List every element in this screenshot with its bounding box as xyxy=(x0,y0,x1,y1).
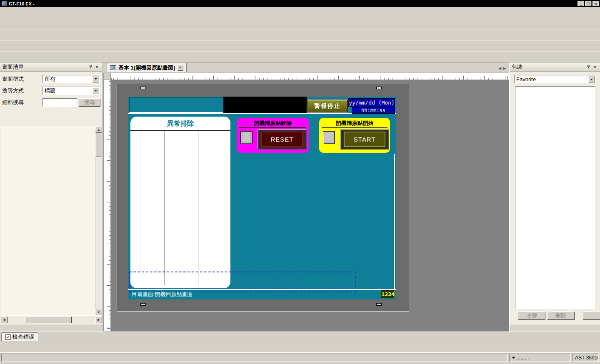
document-tab[interactable]: 基本 1(開機回原點畫面) × xyxy=(107,63,187,72)
screen-icon xyxy=(110,65,116,70)
reset-button[interactable]: RESET xyxy=(258,129,307,150)
toolbar-standard xyxy=(0,30,600,40)
horizontal-scrollbar[interactable]: ◀ ▶ xyxy=(1,317,102,323)
search-button[interactable]: 搜尋 xyxy=(79,98,100,107)
window-title: GT-F10 EX - xyxy=(9,1,35,6)
delete-button[interactable]: 刪除 xyxy=(547,312,575,320)
change-button[interactable]: 改變 xyxy=(518,312,545,320)
reset-lamp[interactable] xyxy=(240,131,252,144)
workflow-bar xyxy=(0,16,600,30)
editor-area: 基本 1(開機回原點畫面) × ◀ ▶ xyxy=(103,62,509,332)
restore-button[interactable]: □ xyxy=(585,1,592,6)
selection-handle[interactable] xyxy=(140,87,146,89)
title-bar: GT-F10 EX - _ □ × xyxy=(0,0,600,7)
detail-search-input[interactable] xyxy=(42,98,77,107)
numeric-display: 1234 xyxy=(381,290,395,298)
package-category-select[interactable]: Favorite ▼ xyxy=(514,75,596,83)
error-check-tab[interactable]: ✓ 檢查錯誤 xyxy=(1,332,38,341)
divider xyxy=(128,289,396,290)
selection-handle[interactable] xyxy=(140,303,146,306)
close-panel-icon[interactable]: ✕ xyxy=(592,64,598,70)
package-panel-tabs xyxy=(510,324,600,332)
chevron-down-icon[interactable]: ▼ xyxy=(588,76,595,82)
trouble-panel-title: 異常排除 xyxy=(130,120,230,128)
device-model-cell: AST-3501C xyxy=(572,354,599,362)
application-window: GT-F10 EX - _ □ × 畫面清單 ✕ 畫面型式 所有 xyxy=(0,0,600,364)
selection-handle[interactable] xyxy=(376,303,382,306)
screen-list-toolbar xyxy=(2,110,101,120)
function-key-bar xyxy=(0,341,600,352)
column-divider xyxy=(198,130,198,285)
coordinates-cell: + ....,.... xyxy=(509,354,571,362)
reset-button-face: RESET xyxy=(261,132,303,147)
hmi-title-block xyxy=(129,97,223,113)
chevron-down-icon[interactable]: ▼ xyxy=(92,87,99,94)
design-canvas[interactable]: 警報停止 yy/mm/dd (Mon) hh:mm:ss 異常排除 xyxy=(111,80,509,332)
chevron-down-icon[interactable]: ▼ xyxy=(92,76,99,82)
check-icon: ✓ xyxy=(5,334,11,340)
close-button[interactable]: × xyxy=(592,1,599,6)
start-button-face: START xyxy=(344,132,385,147)
ruler-corner xyxy=(103,72,111,80)
error-check-label: 檢查錯誤 xyxy=(12,333,34,341)
scroll-right-icon[interactable]: ▶ xyxy=(95,317,102,323)
toolbar-drawing xyxy=(0,40,600,51)
divider xyxy=(239,127,306,128)
pin-icon[interactable] xyxy=(585,64,592,70)
reset-panel: 開機歸原點解除 RESET xyxy=(237,118,309,153)
screen-list-tabs xyxy=(0,324,102,332)
app-icon xyxy=(2,1,7,6)
package-panel: 包裝 ✕ Favorite ▼ 改變 刪除 xyxy=(509,62,600,332)
minimize-button[interactable]: _ xyxy=(578,1,584,6)
start-panel-title: 開機歸原點開始 xyxy=(319,120,390,127)
document-tab-label: 基本 1(開機回原點畫面) xyxy=(118,64,175,72)
scrollbar-thumb[interactable] xyxy=(26,317,72,323)
scroll-down-icon[interactable]: ▼ xyxy=(95,309,102,315)
section-border xyxy=(394,154,395,290)
vertical-scrollbar[interactable]: ▲ ▼ xyxy=(95,126,102,315)
document-tab-bar: 基本 1(開機回原點畫面) × ◀ ▶ xyxy=(103,62,509,72)
screen-list: ▲ ▼ xyxy=(1,126,102,316)
screen-type-select[interactable]: 所有 ▼ xyxy=(42,75,100,83)
divider xyxy=(322,127,388,128)
package-extra-button[interactable] xyxy=(583,312,600,320)
tab-scroll-right-icon[interactable]: ▶ xyxy=(503,66,506,70)
hmi-redacted-block xyxy=(223,97,307,113)
search-mode-value: 標題 xyxy=(45,87,55,95)
screen-type-label: 畫面型式 xyxy=(2,75,42,83)
divider xyxy=(130,130,230,131)
close-panel-icon[interactable]: ✕ xyxy=(94,64,100,70)
menu-bar xyxy=(0,7,600,16)
title-redaction xyxy=(35,1,577,6)
package-list[interactable] xyxy=(515,86,595,309)
status-bar: + ....,.... AST-3501C xyxy=(0,352,600,363)
selection-handle[interactable] xyxy=(376,87,382,89)
date-display: yy/mm/dd (Mon) xyxy=(348,98,395,107)
scroll-left-icon[interactable]: ◀ xyxy=(1,317,8,323)
ruler-row xyxy=(103,72,509,80)
package-title: 包裝 xyxy=(512,63,522,71)
tab-scroll-left-icon[interactable]: ◀ xyxy=(498,66,501,70)
alarm-stop-button[interactable]: 警報停止 xyxy=(308,100,348,112)
start-button[interactable]: START xyxy=(340,129,389,150)
tab-close-icon[interactable]: × xyxy=(178,65,183,71)
hmi-screen[interactable]: 警報停止 yy/mm/dd (Mon) hh:mm:ss 異常排除 xyxy=(128,97,396,299)
start-lamp[interactable] xyxy=(323,131,335,144)
column-divider xyxy=(165,130,165,285)
scroll-up-icon[interactable]: ▲ xyxy=(95,126,102,133)
reset-panel-title: 開機歸原點解除 xyxy=(237,120,309,127)
screen-list-header: 畫面清單 ✕ xyxy=(0,62,102,72)
screen-list-title: 畫面清單 xyxy=(2,63,24,71)
horizontal-ruler xyxy=(111,72,509,80)
search-mode-label: 搜尋方式 xyxy=(2,87,42,95)
error-check-row: ✓ 檢查錯誤 xyxy=(0,332,600,341)
status-message-cell xyxy=(1,354,508,362)
detail-search-label: 細部搜尋 xyxy=(2,99,42,106)
scrollbar-thumb[interactable] xyxy=(95,133,102,157)
vertical-ruler xyxy=(103,80,111,332)
pin-icon[interactable] xyxy=(88,64,94,70)
start-panel: 開機歸原點開始 START xyxy=(319,118,390,153)
screen-object-frame[interactable]: 警報停止 yy/mm/dd (Mon) hh:mm:ss 異常排除 xyxy=(117,84,409,311)
search-mode-select[interactable]: 標題 ▼ xyxy=(42,87,100,95)
main-area: 畫面清單 ✕ 畫面型式 所有 ▼ 搜尋方式 標題 ▼ xyxy=(0,62,600,332)
